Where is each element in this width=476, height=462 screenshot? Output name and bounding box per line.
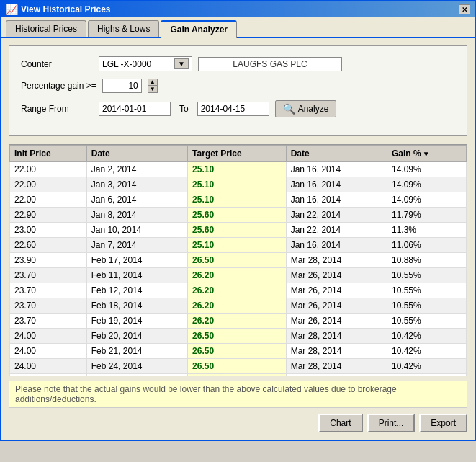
- date-from-input[interactable]: [99, 102, 171, 116]
- cell-init-price: 24.00: [10, 344, 87, 359]
- tab-content: Counter LGL -X-0000 ▼ LAUGFS GAS PLC Per…: [1, 38, 475, 440]
- cell-gain: 10.55%: [387, 314, 467, 329]
- date-to-input[interactable]: [197, 102, 269, 116]
- cell-init-price: 22.60: [10, 238, 87, 253]
- table-scroll-area[interactable]: Init Price Date Target Price Date: [9, 145, 467, 376]
- results-table: Init Price Date Target Price Date: [9, 145, 467, 376]
- cell-gain: 10.42%: [387, 359, 467, 374]
- cell-date1: Feb 12, 2014: [86, 283, 187, 298]
- cell-init-price: 22.00: [10, 177, 87, 192]
- cell-date1: Jan 3, 2014: [86, 177, 187, 192]
- cell-init-price: 22.90: [10, 208, 87, 223]
- cell-date2: Mar 26, 2014: [286, 283, 387, 298]
- cell-init-price: 24.00: [10, 359, 87, 374]
- window-title: View Historical Prices: [21, 4, 111, 14]
- cell-date1: Jan 10, 2014: [86, 223, 187, 238]
- cell-date1: Feb 18, 2014: [86, 298, 187, 314]
- table-header-row: Init Price Date Target Price Date: [10, 146, 467, 162]
- cell-init-price: 23.70: [10, 298, 87, 314]
- tab-bar: Historical Prices Highs & Lows Gain Anal…: [1, 17, 475, 38]
- percentage-input[interactable]: [102, 79, 142, 93]
- tab-historical-prices[interactable]: Historical Prices: [6, 20, 86, 37]
- results-table-container: Init Price Date Target Price Date: [9, 144, 467, 376]
- tab-gain-analyzer[interactable]: Gain Analyzer: [161, 20, 237, 38]
- cell-date2: Mar 26, 2014: [286, 314, 387, 329]
- cell-date2: Mar 28, 2014: [286, 253, 387, 268]
- cell-target-price: 26.20: [188, 298, 287, 314]
- cell-date1: Jan 7, 2014: [86, 238, 187, 253]
- percentage-label: Percentage gain >=: [21, 81, 96, 91]
- tab-highs-lows[interactable]: Highs & Lows: [88, 20, 159, 37]
- disclaimer-note: Please note that the actual gains would …: [9, 381, 467, 408]
- cell-date2: Jan 16, 2014: [286, 162, 387, 177]
- cell-target-price: 25.10: [188, 162, 287, 177]
- cell-gain: 10.88%: [387, 253, 467, 268]
- table-row: 22.00Jan 2, 201425.10Jan 16, 201414.09%: [10, 162, 467, 177]
- cell-target-price: 26.20: [188, 283, 287, 298]
- company-name-label: LAUGFS GAS PLC: [198, 57, 342, 71]
- table-row: 23.70Feb 19, 201426.20Mar 26, 201410.55%: [10, 314, 467, 329]
- cell-target-price: 25.10: [188, 238, 287, 253]
- cell-init-price: 24.00: [10, 329, 87, 344]
- table-row: 22.60Jan 7, 201425.10Jan 16, 201411.06%: [10, 238, 467, 253]
- combobox-arrow[interactable]: ▼: [174, 58, 189, 69]
- table-row: 24.00Feb 24, 201426.50Mar 28, 201410.42%: [10, 359, 467, 374]
- chart-button[interactable]: Chart: [318, 414, 362, 432]
- analyze-icon: 🔍: [283, 103, 295, 115]
- cell-date1: Feb 25, 2014: [86, 374, 187, 376]
- cell-gain: 14.09%: [387, 192, 467, 208]
- spin-down[interactable]: ▼: [148, 86, 158, 93]
- cell-target-price: 25.10: [188, 177, 287, 192]
- cell-init-price: 23.70: [10, 314, 87, 329]
- cell-gain: 10.55%: [387, 283, 467, 298]
- cell-init-price: 23.70: [10, 268, 87, 283]
- counter-combobox[interactable]: LGL -X-0000 ▼: [99, 56, 192, 71]
- bottom-buttons: Chart Print... Export: [9, 414, 467, 432]
- cell-date2: Mar 26, 2014: [286, 268, 387, 283]
- cell-date2: Jan 16, 2014: [286, 192, 387, 208]
- col-date1: Date: [86, 146, 187, 162]
- export-button[interactable]: Export: [419, 414, 467, 432]
- cell-init-price: 22.00: [10, 192, 87, 208]
- cell-date2: Jan 16, 2014: [286, 177, 387, 192]
- table-row: 23.70Feb 12, 201426.20Mar 26, 201410.55%: [10, 283, 467, 298]
- cell-date1: Jan 6, 2014: [86, 192, 187, 208]
- cell-gain: 10.42%: [387, 344, 467, 359]
- close-button[interactable]: ✕: [459, 4, 470, 14]
- sort-arrow-icon: ▼: [423, 150, 430, 158]
- counter-input-group: LGL -X-0000 ▼: [99, 56, 192, 71]
- cell-date2: Jan 16, 2014: [286, 238, 387, 253]
- col-target-price: Target Price: [188, 146, 287, 162]
- cell-init-price: 22.00: [10, 162, 87, 177]
- table-row: 22.00Jan 6, 201425.10Jan 16, 201414.09%: [10, 192, 467, 208]
- analyze-button[interactable]: 🔍 Analyze: [275, 100, 337, 117]
- cell-gain: 10.55%: [387, 268, 467, 283]
- range-from-label: Range From: [21, 104, 93, 114]
- cell-target-price: 26.50: [188, 329, 287, 344]
- cell-gain: 10.42%: [387, 329, 467, 344]
- cell-gain: 14.09%: [387, 162, 467, 177]
- print-button[interactable]: Print...: [367, 414, 416, 432]
- cell-init-price: 23.00: [10, 223, 87, 238]
- main-window: 📈 View Historical Prices ✕ Historical Pr…: [0, 0, 476, 441]
- cell-gain: 10.55%: [387, 298, 467, 314]
- cell-target-price: 25.10: [188, 192, 287, 208]
- cell-gain: 14.09%: [387, 177, 467, 192]
- table-body: 22.00Jan 2, 201425.10Jan 16, 201414.09%2…: [10, 162, 467, 376]
- col-date2: Date: [286, 146, 387, 162]
- percentage-row: Percentage gain >= ▲ ▼: [21, 79, 455, 93]
- cell-date1: Feb 21, 2014: [86, 344, 187, 359]
- cell-date1: Feb 11, 2014: [86, 268, 187, 283]
- table-row: 23.90Feb 17, 201426.50Mar 28, 201410.88%: [10, 253, 467, 268]
- spin-up[interactable]: ▲: [148, 79, 158, 86]
- cell-date2: Jan 22, 2014: [286, 223, 387, 238]
- cell-date2: Mar 28, 2014: [286, 374, 387, 376]
- table-row: 24.00Feb 21, 201426.50Mar 28, 201410.42%: [10, 344, 467, 359]
- col-gain[interactable]: Gain % ▼: [387, 146, 467, 162]
- table-row: 24.00Feb 20, 201426.50Mar 28, 201410.42%: [10, 329, 467, 344]
- table-row: 22.00Jan 3, 201425.10Jan 16, 201414.09%: [10, 177, 467, 192]
- cell-target-price: 26.50: [188, 359, 287, 374]
- cell-target-price: 25.60: [188, 223, 287, 238]
- cell-target-price: 26.20: [188, 268, 287, 283]
- cell-init-price: 23.90: [10, 253, 87, 268]
